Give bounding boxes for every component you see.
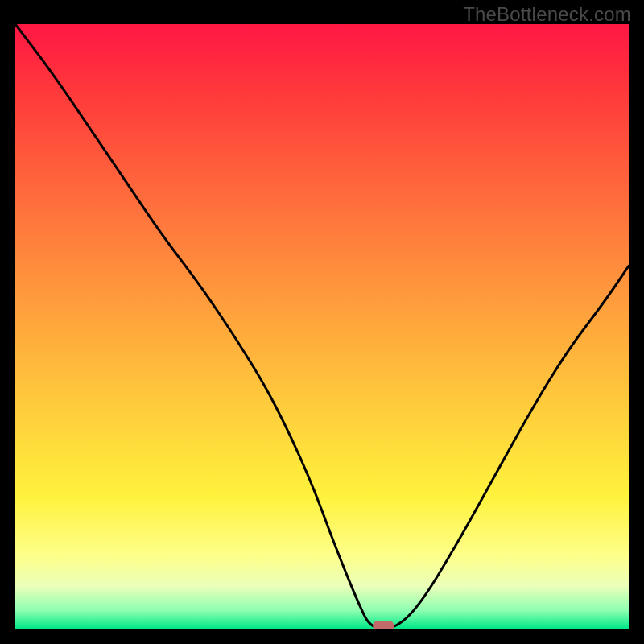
- minimum-marker: [373, 621, 394, 629]
- watermark-text: TheBottleneck.com: [463, 3, 631, 26]
- chart-plot-area: [15, 24, 629, 629]
- chart-background: [15, 24, 629, 629]
- chart-svg: [15, 24, 629, 629]
- chart-frame: TheBottleneck.com: [0, 0, 644, 644]
